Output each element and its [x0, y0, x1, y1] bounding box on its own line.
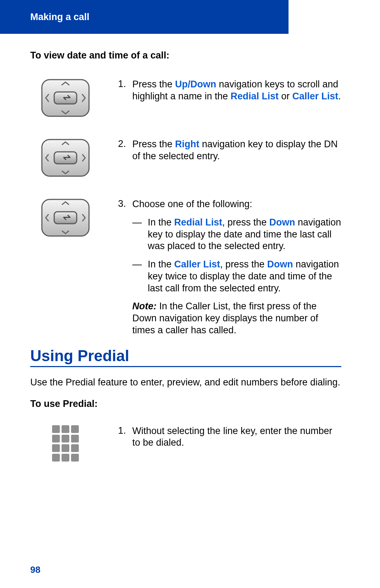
subheading-use-predial: To use Predial:: [30, 398, 341, 409]
step-text: Press the Right navigation key to displa…: [132, 138, 341, 162]
step-number: 2.: [115, 138, 126, 149]
step-text: Press the Up/Down navigation keys to scr…: [132, 79, 341, 103]
page-header-title: Making a call: [30, 12, 89, 23]
dash-item: — In the Caller List, press the Down nav…: [132, 259, 341, 294]
dash-list: — In the Redial List, press the Down nav…: [132, 217, 341, 295]
note-text: In the Caller List, the first press of t…: [132, 301, 318, 335]
dash-glyph: —: [132, 217, 142, 252]
section-para: Use the Predial feature to enter, previe…: [30, 377, 341, 388]
step-row: 3. Choose one of the following: — In the…: [30, 198, 341, 336]
navpad-icon: [30, 138, 101, 177]
dash-glyph: —: [132, 259, 142, 294]
step-row: 2. Press the Right navigation key to dis…: [30, 138, 341, 177]
dash-text: In the Caller List, press the Down navig…: [148, 259, 341, 294]
step-number: 1.: [115, 425, 126, 436]
subheading-view-datetime: To view date and time of a call:: [30, 50, 341, 61]
page-content: To view date and time of a call:: [30, 42, 341, 483]
navpad-icon: [30, 79, 101, 117]
page-header: Making a call: [0, 0, 289, 34]
step-number: 3.: [115, 198, 126, 209]
step-number: 1.: [115, 79, 126, 89]
keypad-icon: [30, 425, 101, 462]
note-label: Note:: [132, 301, 157, 311]
step-intro: Choose one of the following:: [132, 199, 252, 209]
dash-item: — In the Redial List, press the Down nav…: [132, 217, 341, 252]
section-rule: [30, 366, 341, 367]
step-text: Choose one of the following: — In the Re…: [132, 198, 341, 336]
note: Note: In the Caller List, the first pres…: [132, 301, 341, 336]
section-title-predial: Using Predial: [30, 347, 341, 365]
step-row: 1. Press the Up/Down navigation keys to …: [30, 79, 341, 117]
page-number: 98: [30, 564, 40, 575]
navpad-icon: [30, 198, 101, 237]
step-row: 1. Without selecting the line key, enter…: [30, 425, 341, 462]
step-text: Without selecting the line key, enter th…: [132, 425, 341, 449]
dash-text: In the Redial List, press the Down navig…: [148, 217, 341, 252]
